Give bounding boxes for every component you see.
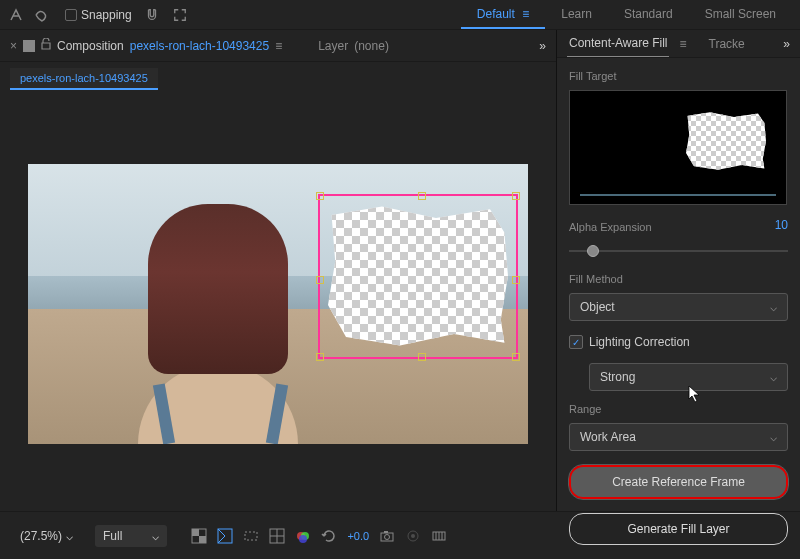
chevron-down-icon: ⌵	[66, 529, 73, 543]
resolution-dropdown[interactable]: Full ⌵	[95, 525, 167, 547]
region-of-interest-icon[interactable]	[243, 528, 259, 544]
svg-rect-13	[384, 531, 388, 533]
viewport[interactable]	[0, 96, 556, 511]
workspace-menu-icon[interactable]: ≡	[522, 7, 529, 21]
svg-point-12	[385, 534, 390, 539]
fill-method-label: Fill Method	[569, 273, 788, 285]
svg-rect-4	[245, 532, 257, 540]
puppet-tool-icon[interactable]	[8, 7, 24, 23]
layer-label: Layer	[318, 39, 348, 53]
range-label: Range	[569, 403, 788, 415]
unlock-icon[interactable]	[41, 38, 51, 53]
svg-rect-1	[192, 529, 199, 536]
snapping-toggle[interactable]: Snapping	[65, 8, 132, 22]
panel-color-icon	[23, 40, 35, 52]
tracker-tab[interactable]: Tracke	[707, 31, 747, 57]
snapshot-icon[interactable]	[379, 528, 395, 544]
workspace-small-screen[interactable]: Small Screen	[689, 1, 792, 29]
alpha-expansion-slider[interactable]	[569, 243, 788, 259]
workspace-learn[interactable]: Learn	[545, 1, 608, 29]
lighting-strength-dropdown[interactable]: Strong ⌵	[589, 363, 788, 391]
chevron-down-icon: ⌵	[152, 529, 159, 543]
panel-menu-icon[interactable]: ≡	[679, 37, 686, 51]
workspace-tabs: Default ≡ Learn Standard Small Screen	[461, 1, 792, 29]
snapping-label: Snapping	[81, 8, 132, 22]
fill-target-label: Fill Target	[569, 70, 788, 82]
show-snapshot-icon[interactable]	[405, 528, 421, 544]
right-panel-header: Content-Aware Fill ≡ Tracke »	[557, 30, 800, 58]
reset-exposure-icon[interactable]	[321, 528, 337, 544]
transparency-grid-icon[interactable]	[191, 528, 207, 544]
channel-icon[interactable]	[295, 528, 311, 544]
composition-panel-header: × Composition pexels-ron-lach-10493425 ≡…	[0, 30, 556, 62]
composition-panel: × Composition pexels-ron-lach-10493425 ≡…	[0, 30, 557, 511]
lighting-correction-checkbox[interactable]: ✓	[569, 335, 583, 349]
lighting-correction-toggle[interactable]: ✓ Lighting Correction	[569, 335, 788, 349]
expand-right-icon[interactable]: »	[539, 39, 546, 53]
video-frame	[28, 164, 528, 444]
mask-selection[interactable]	[318, 194, 518, 359]
timecode-icon[interactable]	[431, 528, 447, 544]
create-reference-frame-button[interactable]: Create Reference Frame	[569, 465, 788, 499]
exposure-value[interactable]: +0.0	[347, 530, 369, 542]
grid-icon[interactable]	[269, 528, 285, 544]
chevron-down-icon: ⌵	[770, 430, 777, 444]
svg-rect-2	[199, 536, 206, 543]
close-icon[interactable]: ×	[10, 39, 17, 53]
svg-point-15	[411, 534, 415, 538]
expand-right-icon[interactable]: »	[783, 37, 790, 51]
composition-tabs: pexels-ron-lach-10493425	[0, 62, 556, 96]
mask-toggle-icon[interactable]	[217, 528, 233, 544]
alpha-expansion-value[interactable]: 10	[775, 218, 788, 232]
generate-fill-layer-button[interactable]: Generate Fill Layer	[569, 513, 788, 545]
panel-menu-icon[interactable]: ≡	[275, 39, 282, 53]
svg-point-10	[299, 535, 307, 543]
top-toolbar: Snapping Default ≡ Learn Standard Small …	[0, 0, 800, 30]
expand-icon[interactable]	[172, 7, 188, 23]
fill-target-preview	[569, 90, 787, 205]
content-aware-fill-panel: Content-Aware Fill ≡ Tracke » Fill Targe…	[557, 30, 800, 511]
content-aware-fill-tab[interactable]: Content-Aware Fill	[567, 30, 669, 57]
alpha-region	[328, 204, 508, 349]
snapping-checkbox[interactable]	[65, 9, 77, 21]
magnet-icon[interactable]	[144, 7, 160, 23]
roto-brush-icon[interactable]	[34, 7, 50, 23]
fill-method-dropdown[interactable]: Object ⌵	[569, 293, 788, 321]
zoom-dropdown[interactable]: (27.5%) ⌵	[12, 525, 81, 547]
workspace-default[interactable]: Default ≡	[461, 1, 545, 29]
lighting-correction-label: Lighting Correction	[589, 335, 690, 349]
chevron-down-icon: ⌵	[770, 370, 777, 384]
panel-title: Composition	[57, 39, 124, 53]
workspace-standard[interactable]: Standard	[608, 1, 689, 29]
layer-value: (none)	[354, 39, 389, 53]
chevron-down-icon: ⌵	[770, 300, 777, 314]
range-dropdown[interactable]: Work Area ⌵	[569, 423, 788, 451]
alpha-expansion-label: Alpha Expansion	[569, 221, 652, 233]
composition-tab[interactable]: pexels-ron-lach-10493425	[10, 68, 158, 90]
composition-name[interactable]: pexels-ron-lach-10493425	[130, 39, 269, 53]
